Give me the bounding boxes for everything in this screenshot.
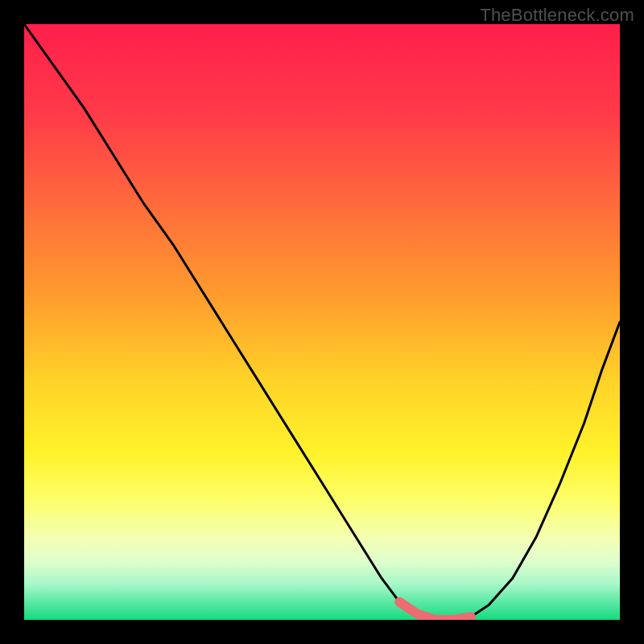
bottleneck-curve-svg — [24, 24, 620, 620]
valley-highlight — [399, 602, 471, 620]
chart-frame: TheBottleneck.com — [0, 0, 644, 644]
watermark-text: TheBottleneck.com — [480, 5, 634, 26]
bottleneck-curve — [24, 24, 620, 620]
plot-area — [24, 24, 620, 620]
